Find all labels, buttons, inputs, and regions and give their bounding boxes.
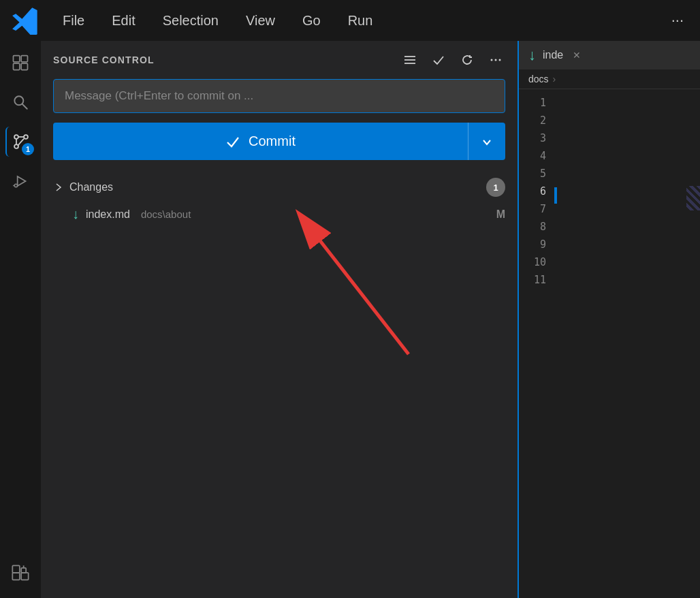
editor-tab-name[interactable]: inde — [543, 49, 563, 61]
editor-panel: ↓ inde ✕ docs › 1 2 3 4 5 6 7 8 9 10 11 — [518, 41, 700, 598]
line-num-9: 9 — [540, 236, 546, 253]
changes-header[interactable]: Changes 1 — [53, 174, 505, 201]
file-item[interactable]: ↓ index.md docs\about M — [53, 201, 505, 227]
svg-rect-1 — [21, 56, 27, 62]
search-icon — [12, 93, 29, 111]
editor-code-area[interactable] — [554, 89, 700, 598]
line-num-4: 4 — [540, 148, 546, 164]
activity-bar: 1 — [0, 41, 41, 598]
menu-selection[interactable]: Selection — [159, 10, 223, 31]
svg-rect-0 — [14, 56, 20, 62]
file-path: docs\about — [141, 208, 191, 220]
svg-line-5 — [22, 104, 27, 109]
chevron-down-icon — [481, 136, 493, 148]
run-debug-icon — [12, 172, 29, 190]
line-num-3: 3 — [540, 130, 546, 146]
svg-line-23 — [300, 215, 409, 354]
svg-point-8 — [14, 135, 18, 139]
tab-download-icon: ↓ — [528, 46, 536, 64]
more-dots-icon — [489, 53, 503, 67]
sc-more-button[interactable] — [486, 50, 505, 69]
source-control-badge: 1 — [22, 143, 34, 155]
stripe-decoration — [686, 186, 700, 210]
sc-menu-icon-button[interactable] — [400, 50, 419, 69]
sc-commit-all-button[interactable] — [429, 50, 448, 69]
file-name: index.md — [86, 208, 130, 221]
svg-rect-13 — [12, 565, 19, 573]
message-input-wrap — [53, 79, 505, 113]
file-status: M — [496, 208, 505, 221]
commit-main-button[interactable]: Commit — [53, 123, 468, 160]
changes-section: Changes 1 ↓ index.md docs\about M — [41, 174, 518, 227]
breadcrumb-docs: docs — [528, 74, 549, 84]
svg-point-20 — [495, 59, 497, 61]
line-numbers: 1 2 3 4 5 6 7 8 9 10 11 — [519, 89, 554, 598]
svg-point-9 — [14, 184, 17, 187]
line-num-1: 1 — [540, 95, 546, 111]
activity-source-control[interactable]: 1 — [5, 127, 35, 157]
changes-count-badge: 1 — [486, 178, 505, 197]
sc-header: SOURCE CONTROL — [41, 41, 518, 79]
checkmark-icon — [432, 53, 445, 67]
commit-button-label: Commit — [249, 133, 296, 149]
commit-button-wrap: Commit — [53, 123, 505, 160]
refresh-icon — [460, 53, 474, 67]
editor-content: 1 2 3 4 5 6 7 8 9 10 11 — [519, 89, 700, 598]
svg-point-21 — [499, 59, 501, 61]
extensions-icon — [11, 564, 30, 583]
svg-rect-12 — [21, 573, 28, 580]
sc-panel-title: SOURCE CONTROL — [53, 54, 391, 65]
active-line-indicator — [554, 187, 557, 204]
svg-rect-3 — [21, 63, 27, 69]
menu-file[interactable]: File — [59, 10, 89, 31]
source-control-panel: SOURCE CONTROL — [41, 41, 518, 598]
commit-dropdown-button[interactable] — [468, 123, 505, 160]
menu-more-button[interactable]: ··· — [666, 9, 689, 32]
vscode-logo-icon — [11, 6, 39, 35]
chevron-right-icon — [53, 182, 64, 193]
activity-extensions[interactable] — [5, 558, 35, 588]
line-num-10: 10 — [534, 254, 546, 270]
svg-rect-11 — [12, 573, 19, 580]
menu-go[interactable]: Go — [298, 10, 325, 31]
activity-search[interactable] — [5, 87, 35, 117]
svg-point-19 — [491, 59, 493, 61]
sc-refresh-button[interactable] — [458, 50, 477, 69]
tab-close-button[interactable]: ✕ — [573, 50, 581, 61]
editor-tab-bar: ↓ inde ✕ — [519, 41, 700, 69]
line-num-6: 6 — [540, 183, 546, 200]
line-num-11: 11 — [534, 272, 546, 288]
explorer-icon — [11, 53, 30, 72]
menu-run[interactable]: Run — [344, 10, 377, 31]
breadcrumb-separator: › — [553, 74, 556, 84]
main-area: 1 SOURCE CONTROL — [0, 41, 700, 598]
svg-point-7 — [24, 135, 28, 139]
breadcrumb-bar: docs › — [519, 69, 700, 89]
commit-checkmark-icon — [225, 134, 240, 149]
hamburger-icon — [403, 53, 417, 67]
changes-label: Changes — [69, 181, 481, 193]
svg-rect-2 — [14, 63, 20, 69]
line-num-2: 2 — [540, 112, 546, 129]
line-num-8: 8 — [540, 219, 546, 235]
file-download-icon: ↓ — [72, 206, 79, 222]
commit-message-input[interactable] — [53, 79, 505, 113]
menubar: File Edit Selection View Go Run ··· — [0, 0, 700, 41]
line-num-5: 5 — [540, 166, 546, 182]
line-num-7: 7 — [540, 201, 546, 217]
menu-edit[interactable]: Edit — [108, 10, 139, 31]
menu-view[interactable]: View — [242, 10, 279, 31]
activity-explorer[interactable] — [5, 48, 35, 78]
activity-run-debug[interactable] — [5, 166, 35, 196]
svg-rect-14 — [21, 568, 26, 573]
